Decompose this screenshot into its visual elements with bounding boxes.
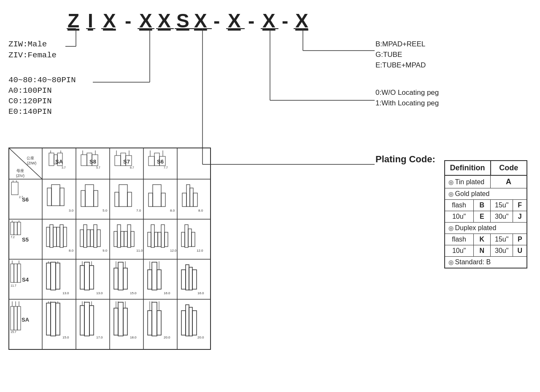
svg-rect-155 (56, 263, 60, 289)
svg-rect-126 (80, 230, 84, 247)
table-row: 10u" E 30u" J (445, 211, 527, 223)
connector-diagram: 公座 (ZIW) 母座 (ZIV) SA S8 S7 S6 S6 S5 S4 S… (8, 148, 211, 350)
gold-15u-code: F (513, 200, 527, 211)
duplex-15u-code: P (513, 234, 527, 245)
svg-rect-140 (148, 232, 151, 247)
table-row: Standard: B (445, 257, 527, 268)
svg-rect-107 (127, 192, 132, 207)
svg-rect-103 (94, 191, 98, 207)
plating-table-header-code: Code (491, 161, 527, 175)
svg-text:E:TUBE+MPAD: E:TUBE+MPAD (375, 61, 426, 69)
svg-rect-224 (189, 267, 192, 290)
svg-text:7.0: 7.0 (136, 209, 141, 212)
svg-text:3.0: 3.0 (69, 209, 74, 212)
svg-text:X: X (262, 10, 275, 32)
svg-rect-109 (148, 193, 153, 207)
svg-text:S7: S7 (123, 158, 130, 165)
svg-rect-142 (154, 232, 158, 247)
table-row: Gold plated (445, 188, 527, 200)
svg-rect-101 (81, 191, 85, 207)
svg-rect-110 (153, 185, 161, 207)
svg-text:(ZIW): (ZIW) (27, 161, 37, 165)
svg-text:8.0: 8.0 (170, 209, 175, 212)
plating-section: Definition Code Tin plated A Gold plated… (444, 160, 527, 268)
svg-text:(ZIV): (ZIV) (16, 174, 24, 178)
svg-rect-143 (158, 232, 161, 247)
svg-rect-179 (17, 306, 21, 330)
svg-text:16.0: 16.0 (197, 291, 204, 295)
svg-rect-153 (46, 263, 51, 289)
svg-rect-159 (80, 266, 84, 289)
svg-text:12.0: 12.0 (197, 249, 203, 252)
svg-rect-228 (186, 305, 189, 336)
gold-30u-label: 30u" (491, 211, 513, 223)
svg-text:16.0: 16.0 (164, 291, 170, 295)
svg-text:20.0: 20.0 (197, 336, 204, 339)
svg-rect-223 (186, 265, 189, 290)
svg-rect-198 (114, 308, 118, 335)
svg-rect-212 (182, 193, 186, 207)
svg-rect-184 (46, 303, 51, 335)
plating-table-header-definition: Definition (445, 161, 491, 175)
svg-text:B:MPAD+REEL: B:MPAD+REEL (375, 40, 425, 48)
svg-rect-207 (157, 311, 161, 335)
svg-text:40~80:40~80PIN: 40~80:40~80PIN (8, 75, 76, 85)
svg-rect-128 (87, 230, 90, 247)
svg-rect-229 (189, 307, 192, 336)
svg-text:S: S (176, 10, 189, 32)
svg-rect-149 (17, 264, 21, 282)
svg-rect-145 (165, 232, 168, 247)
svg-text:13.0: 13.0 (62, 291, 69, 295)
svg-rect-230 (192, 311, 197, 335)
svg-text:2.7: 2.7 (19, 196, 23, 199)
standard-label: Standard: B (445, 257, 527, 268)
svg-rect-137 (127, 225, 131, 247)
svg-text:8.0: 8.0 (69, 249, 74, 252)
table-row: flash K 15u" P (445, 234, 527, 245)
gold-30u-code: J (513, 211, 527, 223)
svg-rect-166 (118, 262, 123, 290)
svg-rect-185 (51, 302, 56, 336)
svg-rect-200 (123, 308, 127, 335)
gold-flash-code: B (473, 200, 490, 211)
svg-text:8.0: 8.0 (198, 209, 203, 212)
svg-rect-227 (181, 311, 186, 335)
svg-text:-: - (282, 10, 288, 32)
svg-rect-75 (81, 155, 87, 166)
svg-text:E0:140PIN: E0:140PIN (8, 107, 52, 116)
svg-text:20.0: 20.0 (164, 336, 170, 339)
duplex-30u-label: 30u" (491, 245, 513, 257)
svg-rect-93 (11, 182, 18, 195)
svg-rect-134 (117, 225, 121, 247)
tin-plated-label: Tin plated (445, 175, 491, 188)
svg-text:X: X (139, 10, 152, 32)
duplex-flash-code: K (473, 234, 490, 245)
svg-rect-121 (53, 227, 57, 247)
svg-rect-222 (181, 270, 186, 289)
svg-rect-144 (161, 225, 165, 247)
svg-rect-165 (114, 268, 118, 289)
svg-text:G:TUBE: G:TUBE (375, 51, 402, 59)
svg-text:A0:100PIN: A0:100PIN (8, 86, 52, 95)
svg-text:7.2: 7.2 (11, 236, 15, 239)
svg-text:5.0: 5.0 (103, 209, 108, 212)
gold-10u-code: E (473, 211, 490, 223)
svg-rect-172 (152, 262, 157, 290)
svg-rect-161 (89, 266, 94, 289)
svg-text:S6: S6 (157, 158, 164, 165)
gold-plated-label: Gold plated (445, 188, 527, 200)
svg-line-56 (9, 148, 42, 179)
svg-text:X: X (194, 10, 207, 32)
svg-text:C0:120PIN: C0:120PIN (8, 97, 52, 106)
svg-rect-124 (63, 227, 67, 247)
table-row: Tin plated A (445, 175, 527, 188)
svg-rect-138 (131, 231, 134, 247)
svg-rect-171 (148, 270, 152, 289)
svg-rect-217 (181, 232, 185, 247)
svg-rect-87 (148, 156, 154, 166)
diagram-section: 公座 (ZIW) 母座 (ZIV) SA S8 S7 S6 S6 S5 S4 S… (8, 148, 211, 352)
svg-text:11.7: 11.7 (11, 284, 16, 287)
gold-10u-label: 10u" (445, 211, 474, 223)
plating-table: Definition Code Tin plated A Gold plated… (444, 160, 527, 268)
svg-rect-147 (11, 264, 14, 282)
